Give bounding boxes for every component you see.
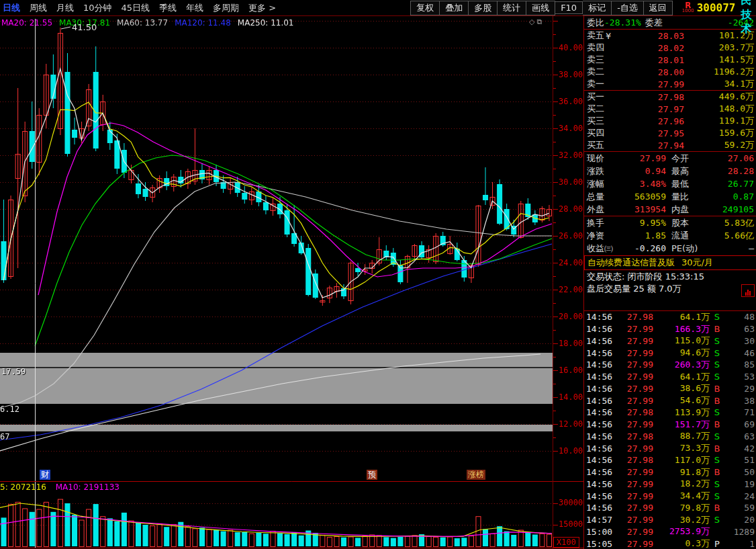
ask-row: 卖三28.01141.5万 bbox=[584, 54, 756, 66]
copy-icon[interactable]: ⧉ bbox=[536, 17, 544, 26]
volume-ma-labels: 5: 2072116 MA10: 2191133 bbox=[0, 482, 120, 492]
tab-3[interactable]: 10分钟 bbox=[83, 2, 112, 14]
toolbar-button-叠加[interactable]: 叠加 bbox=[440, 1, 469, 15]
tab-2[interactable]: 月线 bbox=[56, 2, 74, 14]
band-price-label: 67 bbox=[0, 432, 9, 441]
ma-label: MA250: 11.01 bbox=[238, 18, 294, 28]
price-axis-label: 16.00 bbox=[559, 366, 583, 375]
transaction-row: 14:5627.9918.2万S19 bbox=[584, 478, 756, 491]
toolbar-button-多股[interactable]: 多股 bbox=[469, 1, 498, 15]
tab-5[interactable]: 季线 bbox=[159, 2, 177, 14]
price-axis-label: 38.00 bbox=[559, 70, 583, 79]
vol-ma10-label: MA10: 2191133 bbox=[56, 482, 120, 492]
ma-label: MA60: 13.77 bbox=[117, 18, 168, 28]
price-axis-label: 10.00 bbox=[559, 446, 583, 456]
vol-ma5-label: 5: 2072116 bbox=[0, 482, 46, 492]
price-axis-label: 26.00 bbox=[559, 231, 583, 241]
tab-1[interactable]: 周线 bbox=[30, 2, 47, 14]
promo-price: 30元/月 bbox=[681, 257, 713, 269]
bid-row: 买一27.98449.6万 bbox=[584, 91, 756, 103]
toolbar-button-统计[interactable]: 统计 bbox=[498, 1, 526, 15]
ma-label: MA20: 21.55 bbox=[1, 18, 52, 28]
stock-code: 300077 bbox=[697, 1, 736, 14]
weicha-label: 委差 bbox=[645, 17, 663, 29]
transaction-row: 15:0027.992753.9万1289 bbox=[584, 526, 756, 538]
event-tag-财[interactable]: 财 bbox=[40, 470, 50, 480]
transaction-row: 14:5627.9938.6万B29 bbox=[584, 383, 756, 395]
toolbar-button-F10[interactable]: F10 bbox=[555, 1, 583, 14]
period-tabs: 日线周线月线10分钟45日线季线年线多周期更多 > bbox=[0, 2, 276, 14]
bid-levels: 买一27.98449.6万买二27.97148.0万买三27.96119.1万买… bbox=[584, 90, 756, 151]
transaction-row: 14:5727.9930.2万S20 bbox=[584, 514, 756, 526]
transaction-row: 14:5627.9994.6万S46 bbox=[584, 347, 756, 359]
ask-row: 卖五¥28.03101.2万 bbox=[584, 30, 756, 42]
stat-row: 净资1.85流通5.66亿 bbox=[584, 229, 756, 242]
transaction-row: 14:5627.99166.3万B63 bbox=[584, 323, 756, 335]
transaction-row: 14:5627.9973.3万B42 bbox=[584, 442, 756, 454]
price-axis-label: 30.00 bbox=[559, 177, 583, 187]
tick-transaction-list[interactable]: 14:5627.9864.1万S4814:5627.99166.3万B6314:… bbox=[584, 310, 756, 549]
quote-panel: 委比 -28.31% 委差 -2642 卖五¥28.03101.2万卖四28.0… bbox=[583, 16, 756, 549]
tab-daily-active[interactable]: 日线 bbox=[3, 2, 20, 14]
stat-row: 外盘313954内盘249105 bbox=[584, 203, 756, 216]
bid-row: 买四27.95159.6万 bbox=[584, 127, 756, 139]
transaction-row: 14:5627.98113.9万S71 bbox=[584, 407, 756, 419]
price-axis-label: 34.00 bbox=[559, 124, 583, 133]
toolbar-button-画线[interactable]: 画线 bbox=[526, 1, 555, 15]
price-axis-label: 32.00 bbox=[559, 151, 583, 160]
stat-row: 总量563059量比0.87 bbox=[584, 190, 756, 203]
weibi-row: 委比 -28.31% 委差 -2642 bbox=[584, 16, 756, 29]
volume-axis-label: 15000 bbox=[559, 519, 583, 529]
event-tag-涨榜[interactable]: 涨榜 bbox=[467, 470, 485, 480]
promo-banner[interactable]: 自动续费通达信普及版 30元/月 bbox=[584, 255, 756, 270]
chart-corner-icons[interactable]: ◇⧉ bbox=[529, 17, 544, 26]
transaction-row: 14:5627.9991.8万B50 bbox=[584, 466, 756, 478]
event-tag-预[interactable]: 预 bbox=[367, 470, 377, 480]
transaction-row: 15:0527.990.3万P1 bbox=[584, 538, 756, 549]
tab-4[interactable]: 45日线 bbox=[122, 2, 150, 14]
price-axis: X100 40.0038.0036.0034.0032.0030.0028.00… bbox=[553, 16, 583, 549]
trading-app-window: 日线周线月线10分钟45日线季线年线多周期更多 > 复权叠加多股统计画线F10标… bbox=[0, 0, 756, 549]
bid-row: 买三27.96119.1万 bbox=[584, 115, 756, 127]
ask-levels: 卖五¥28.03101.2万卖四28.02203.7万卖三28.01141.5万… bbox=[584, 29, 756, 90]
transaction-row: 14:5627.99260.3万S85 bbox=[584, 359, 756, 371]
tab-6[interactable]: 年线 bbox=[186, 2, 203, 14]
histogram-icon[interactable] bbox=[741, 284, 755, 297]
logo-1000: 1000 bbox=[682, 8, 694, 13]
transaction-row: 14:5627.98117.0万S51 bbox=[584, 454, 756, 466]
band-price-label: 17.59 bbox=[1, 367, 26, 376]
tab-7[interactable]: 多周期 bbox=[213, 2, 239, 14]
price-stats: 现价27.99今开27.06涨跌0.94最高28.28涨幅3.48%最低26.7… bbox=[584, 151, 756, 216]
price-axis-label: 24.00 bbox=[559, 258, 583, 267]
price-axis-label: 36.00 bbox=[559, 97, 583, 106]
toolbar-buttons: 复权叠加多股统计画线F10标记-自选返回 bbox=[410, 1, 673, 15]
diamond-icon[interactable]: ◇ bbox=[529, 17, 536, 26]
toolbar-button--自选[interactable]: -自选 bbox=[612, 1, 644, 15]
stat-row: 现价27.99今开27.06 bbox=[584, 152, 756, 165]
price-axis-label: 14.00 bbox=[559, 392, 583, 402]
toolbar-button-返回[interactable]: 返回 bbox=[644, 1, 673, 15]
price-axis-label: 18.00 bbox=[559, 339, 583, 348]
trade-status-block: 交易状态: 闭市阶段 15:33:15 盘后交易量 25 额 7.0万 bbox=[584, 270, 756, 296]
stat-row: 收益㈢-0.260PE(动)— bbox=[584, 242, 756, 255]
toolbar-button-复权[interactable]: 复权 bbox=[410, 1, 440, 15]
volume-unit-label: X100 bbox=[553, 537, 579, 548]
price-axis-label: 28.00 bbox=[559, 204, 583, 214]
ask-row: 卖四28.02203.7万 bbox=[584, 42, 756, 54]
band-price-label: 6.12 bbox=[0, 405, 19, 414]
transaction-row: 14:5627.9954.6万B38 bbox=[584, 394, 756, 407]
after-hours-line: 盘后交易量 25 额 7.0万 bbox=[587, 283, 754, 295]
bid-row: 买二27.97148.0万 bbox=[584, 103, 756, 115]
weibi-label: 委比 bbox=[587, 17, 604, 29]
toolbar-button-标记[interactable]: 标记 bbox=[583, 1, 612, 15]
top-menu-bar: 日线周线月线10分钟45日线季线年线多周期更多 > 复权叠加多股统计画线F10标… bbox=[0, 0, 756, 16]
price-axis-label: 12.00 bbox=[559, 419, 583, 429]
ma-value-labels: MA20: 21.55MA30: 17.81MA60: 13.77MA120: … bbox=[1, 18, 301, 28]
ask-row: 卖一27.9934.1万 bbox=[584, 78, 756, 90]
logo-r: R bbox=[685, 3, 691, 8]
volume-axis-label: 30000 bbox=[559, 498, 583, 507]
tab-8[interactable]: 更多 > bbox=[248, 2, 276, 14]
r1000-logo-icon: R 1000 bbox=[682, 3, 694, 13]
weibi-value: -28.31% bbox=[604, 17, 641, 28]
stat-row: 涨幅3.48%最低26.77 bbox=[584, 177, 756, 190]
